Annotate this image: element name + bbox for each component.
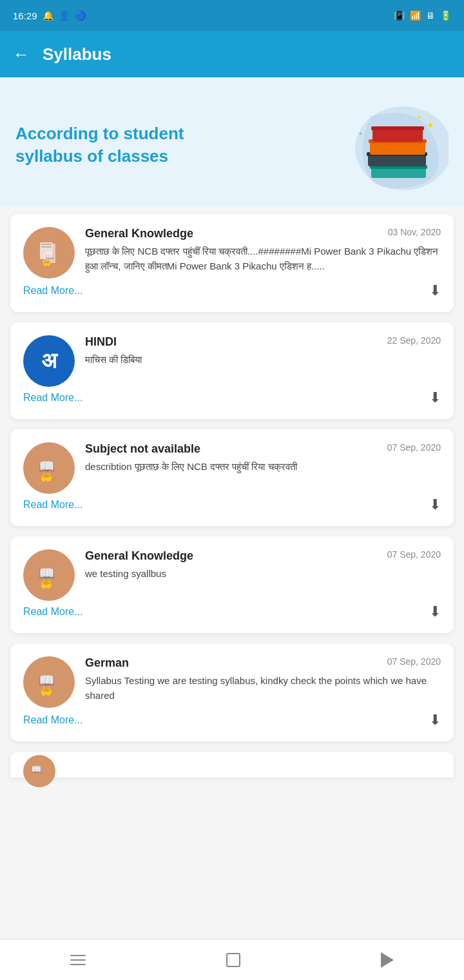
card-body-5: German 07 Sep, 2020 Syllabus Testing we …: [85, 656, 441, 709]
hero-section: According to student syllabus of classes: [0, 77, 464, 206]
svg-rect-8: [371, 126, 424, 130]
header-title: Syllabus: [43, 44, 111, 64]
hero-text: According to student syllabus of classes: [15, 122, 184, 168]
status-left: 16:29 🔔 👤 🔵: [13, 10, 86, 21]
svg-text:📖: 📖: [31, 764, 42, 775]
date-3: 07 Sep, 2020: [387, 442, 441, 453]
content-wrapper: 📖 🤲 General Knowledge 03 Nov, 2020 पूछता…: [0, 206, 464, 837]
nav-back-button[interactable]: [381, 952, 394, 968]
cards-list: 📖 🤲 General Knowledge 03 Nov, 2020 पूछता…: [0, 206, 464, 785]
read-more-4[interactable]: Read More...: [23, 606, 82, 618]
date-2: 22 Sep, 2020: [387, 335, 441, 346]
svg-rect-13: [41, 244, 52, 245]
vibrate-icon: 📳: [394, 10, 405, 21]
download-icon-3[interactable]: ⬇: [429, 496, 441, 513]
svg-text:✦: ✦: [416, 113, 421, 121]
download-icon-4[interactable]: ⬇: [429, 603, 441, 620]
back-button[interactable]: ←: [13, 44, 30, 64]
wifi-icon: 📶: [410, 10, 421, 21]
nav-home-button[interactable]: [226, 953, 240, 967]
card-body-1: General Knowledge 03 Nov, 2020 पूछताछ के…: [85, 227, 441, 280]
nav-menu-button[interactable]: [70, 955, 86, 965]
svg-text:🤲: 🤲: [40, 471, 53, 484]
hero-illustration: ✦ ✦ ✦: [320, 97, 449, 193]
date-4: 07 Sep, 2020: [387, 549, 441, 560]
card-2: अ HINDI 22 Sep, 2020 माचिस की डिबिया Rea…: [10, 322, 454, 419]
card-body-4: General Knowledge 07 Sep, 2020 we testin…: [85, 549, 441, 588]
card-icon-2: अ: [23, 335, 75, 387]
card-6-partial: 📖: [10, 752, 454, 778]
card-icon-3: 📖 🤲: [23, 442, 75, 494]
card-icon-5: 📖 🤲: [23, 656, 75, 708]
subject-4: General Knowledge: [85, 549, 193, 563]
status-time: 16:29: [13, 10, 37, 21]
svg-text:🤲: 🤲: [40, 578, 53, 591]
subject-3: Subject not available: [85, 442, 200, 456]
notif-icon: 🔔: [43, 10, 53, 21]
svg-text:✦: ✦: [426, 120, 434, 131]
card-3: 📖 🤲 Subject not available 07 Sep, 2020 d…: [10, 429, 454, 526]
desc-5: Syllabus Testing we are testing syllabus…: [85, 674, 441, 703]
subject-2: HINDI: [85, 335, 117, 349]
card-1: 📖 🤲 General Knowledge 03 Nov, 2020 पूछता…: [10, 214, 454, 312]
subject-5: German: [85, 656, 129, 670]
download-icon-2[interactable]: ⬇: [429, 389, 441, 406]
svg-text:🤲: 🤲: [40, 685, 53, 698]
date-5: 07 Sep, 2020: [387, 656, 441, 667]
subject-1: General Knowledge: [85, 227, 193, 240]
bluetooth-icon: 🔵: [75, 10, 86, 21]
desc-4: we testing syallbus: [85, 567, 441, 582]
status-right: 📳 📶 🖥 🔋: [394, 10, 451, 21]
desc-3: describtion पूछताछ के लिए NCB दफ्तर पहुं…: [85, 460, 441, 475]
svg-rect-14: [41, 246, 52, 248]
battery-icon: 🔋: [440, 10, 451, 21]
desc-2: माचिस की डिबिया: [85, 353, 441, 368]
read-more-5[interactable]: Read More...: [23, 714, 82, 726]
card-body-3: Subject not available 07 Sep, 2020 descr…: [85, 442, 441, 481]
download-icon-5[interactable]: ⬇: [429, 712, 441, 729]
date-1: 03 Nov, 2020: [388, 227, 441, 237]
card-5: 📖 🤲 German 07 Sep, 2020 Syllabus Testing…: [10, 643, 454, 741]
screen-icon: 🖥: [426, 10, 435, 21]
card-icon-1: 📖 🤲: [23, 227, 75, 279]
download-icon-1[interactable]: ⬇: [429, 282, 441, 299]
read-more-3[interactable]: Read More...: [23, 499, 82, 511]
header: ← Syllabus: [0, 31, 464, 77]
app-icon-1: 👤: [59, 10, 70, 21]
status-bar: 16:29 🔔 👤 🔵 📳 📶 🖥 🔋: [0, 0, 464, 31]
card-body-2: HINDI 22 Sep, 2020 माचिस की डिबिया: [85, 335, 441, 374]
desc-1: पूछताछ के लिए NCB दफ्तर पहुंचीं रिया चक्…: [85, 244, 441, 273]
read-more-2[interactable]: Read More...: [23, 392, 82, 404]
svg-text:✦: ✦: [358, 131, 363, 137]
card-icon-6: 📖: [23, 755, 55, 787]
bottom-nav: [0, 939, 464, 980]
svg-text:🤲: 🤲: [43, 259, 52, 268]
card-icon-4: 📖 🤲: [23, 549, 75, 601]
read-more-1[interactable]: Read More...: [23, 285, 82, 297]
card-4: 📖 🤲 General Knowledge 07 Sep, 2020 we te…: [10, 536, 454, 633]
